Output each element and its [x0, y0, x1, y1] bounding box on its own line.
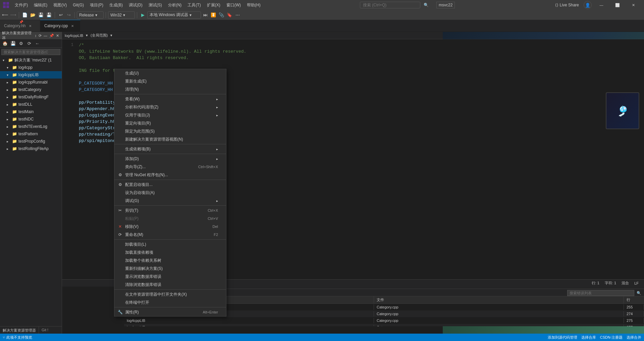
ctx-remove[interactable]: ✕ 移除(V) Del — [114, 223, 226, 231]
menu-debug[interactable]: 调试(D) — [126, 1, 145, 9]
tree-item-testcategory[interactable]: ▸ 📁 testCategory — [0, 86, 62, 93]
sidebar-save-btn[interactable]: 💾 — [9, 40, 17, 47]
tree-item-log4cpplib[interactable]: ▾ 📁 log4cppLIB — [0, 71, 62, 79]
sidebar-pin-btn[interactable]: 📌 — [49, 33, 55, 39]
ctx-load-direct[interactable]: 加载直接依赖项 — [114, 248, 226, 256]
tree-item-testmain[interactable]: ▸ 📁 testMain — [0, 108, 62, 115]
sidebar-collapse-btn[interactable]: — — [43, 33, 48, 39]
ctx-deps[interactable]: 生成依赖项(B) ▸ — [114, 145, 226, 153]
ctx-cut[interactable]: ✂ 剪切(T) Ctrl+X — [114, 206, 226, 214]
tree-item-testprop[interactable]: ▸ 📁 testPropConfig — [0, 138, 62, 145]
select-merge-label[interactable]: 选择合并 — [627, 335, 641, 340]
tree-item-testndc[interactable]: ▸ 📁 testNDC — [0, 115, 62, 123]
search-input[interactable] — [360, 2, 420, 8]
tree-item-testdaily[interactable]: ▸ 📁 testDailyRollingF — [0, 93, 62, 101]
save-all-button[interactable]: 💾 — [45, 11, 53, 19]
tab-category-cpp[interactable]: Category.cpp ✕ — [40, 20, 80, 32]
ctx-set-startup[interactable]: 设为启动项目(A) — [114, 189, 226, 197]
ctx-add[interactable]: 添加(D) ▸ — [114, 155, 226, 163]
menu-extend[interactable]: 扩展(X) — [204, 1, 223, 9]
ctx-analyze[interactable]: 分析和代码清理(Z) ▸ — [114, 103, 226, 111]
tab-close-2[interactable]: ✕ — [70, 23, 75, 29]
sidebar-refresh2-btn[interactable]: ⟳ — [25, 40, 33, 47]
ctx-load-all[interactable]: 加载整个依赖关系树 — [114, 256, 226, 264]
error-row-3[interactable]: log4cppLIB Category.cpp 275 — [124, 317, 644, 324]
ctx-new-view[interactable]: 新建解决方案资源管理器视图(N) — [114, 135, 226, 143]
ctx-unload[interactable]: 卸载项目(L) — [114, 240, 226, 248]
debug-dropdown[interactable]: 本地 Windows 调试器 ▾ — [147, 11, 201, 19]
menu-window[interactable]: 窗口(W) — [224, 1, 244, 9]
menu-analyze[interactable]: 分析(N) — [165, 1, 184, 9]
tab-pin[interactable]: 📌 — [19, 20, 23, 24]
tree-item-testpattern[interactable]: ▸ 📁 testPattern — [0, 130, 62, 138]
open-button[interactable]: 📂 — [29, 11, 37, 19]
menu-file[interactable]: 文件(F) — [12, 1, 31, 9]
tree-item-testrolling[interactable]: ▸ 📁 testRollingFileAp — [0, 145, 62, 152]
sidebar-search-input[interactable] — [1, 49, 60, 55]
menu-build[interactable]: 生成(B) — [107, 1, 125, 9]
ctx-startup-config[interactable]: ⚙ 配置启动项目... — [114, 181, 226, 189]
menu-git[interactable]: Git(G) — [70, 1, 87, 9]
platform-dropdown[interactable]: Win32 ▾ — [108, 11, 135, 19]
ctx-scope[interactable]: 限定为此范围(S) — [114, 127, 226, 135]
ctx-build[interactable]: 生成(U) — [114, 69, 226, 77]
ctx-debug[interactable]: 调试(G) ▸ — [114, 197, 226, 205]
menu-help[interactable]: 帮助(H) — [244, 1, 263, 9]
tab-close-1[interactable]: ✕ — [28, 23, 33, 29]
error-search-input[interactable] — [567, 290, 634, 296]
ctx-view[interactable]: 查看(W) ▸ — [114, 95, 226, 103]
new-file-button[interactable]: 📄 — [21, 11, 29, 19]
attach[interactable]: 📎 — [218, 11, 225, 19]
ctx-clean[interactable]: 清理(N) — [114, 85, 226, 93]
minimize-button[interactable]: — — [594, 0, 609, 10]
menu-tools[interactable]: 工具(T) — [185, 1, 203, 9]
menu-edit[interactable]: 编辑(E) — [31, 1, 50, 9]
ctx-clear-browse[interactable]: 清除浏览数据库错误 — [114, 281, 226, 289]
user-avatar[interactable]: 👤 — [584, 1, 592, 9]
select-repo-label[interactable]: 选择合库 — [581, 335, 596, 340]
ctx-rescan[interactable]: 重新扫描解决方案(S) — [114, 264, 226, 273]
error-row-4[interactable]: log4cppLIB Category.cpp 277 — [124, 324, 644, 326]
menu-view[interactable]: 视图(V) — [51, 1, 69, 9]
step-over[interactable]: ⏭ — [202, 11, 209, 19]
close-button[interactable]: ✕ — [626, 0, 641, 10]
tab-category-hh[interactable]: Category.hh ✕ 📌 — [0, 20, 40, 32]
sidebar-home-btn[interactable]: 🏠 — [1, 40, 9, 47]
run-button[interactable]: ▶ — [139, 11, 147, 19]
add-source-label[interactable]: 添加到源代码管理 — [548, 335, 577, 340]
config-dropdown[interactable]: Release ▾ — [77, 11, 104, 19]
tree-item-log4cpprunnab[interactable]: ▸ 📁 log4cppRunnabl — [0, 79, 62, 86]
step-in[interactable]: ⏬ — [210, 11, 217, 19]
ctx-class-wizard[interactable]: 类向导(Z)... Ctrl+Shift+X — [114, 163, 226, 171]
back-button[interactable]: ⟵ — [1, 11, 9, 19]
sidebar-refresh-btn[interactable]: ⟳ — [38, 33, 42, 39]
solution-root[interactable]: ▾ 📁 解决方案 'msvc22' (1 — [0, 56, 62, 64]
ctx-rename[interactable]: ⟳ 重命名(M) F2 — [114, 231, 226, 239]
ctx-retarget[interactable]: 重定向项目(R) — [114, 119, 226, 127]
bookmark[interactable]: 🔖 — [226, 11, 233, 19]
ctx-show-browse[interactable]: 显示浏览数据库错误 — [114, 273, 226, 281]
ctx-properties[interactable]: 🔧 属性(R) Alt+Enter — [114, 308, 226, 316]
sidebar-sync-btn[interactable]: ↕ — [34, 33, 38, 39]
menu-test[interactable]: 测试(S) — [146, 1, 165, 9]
ctx-open-terminal[interactable]: 在终端中打开 — [114, 298, 226, 306]
ctx-nuget[interactable]: ⚙ 管理 NuGet 程序包(N)... — [114, 171, 226, 179]
solution-explorer-tab[interactable]: 解决方案资源管理器 — [0, 327, 39, 334]
tree-item-log4cpp[interactable]: ▾ 📁 log4cpp — [0, 64, 62, 71]
live-share-button[interactable]: ⟨⟩ Live Share — [552, 1, 582, 9]
ctx-open-folder[interactable]: 在文件资源管理器中打开文件夹(X) — [114, 290, 226, 298]
git-tab[interactable]: Git ! — [39, 327, 51, 334]
search-icon[interactable]: 🔍 — [424, 2, 429, 8]
tree-item-testdll[interactable]: ▸ 📁 testDLL — [0, 101, 62, 108]
menu-project[interactable]: 项目(P) — [87, 1, 106, 9]
undo-button[interactable]: ↩ — [57, 11, 64, 19]
ctx-project-only[interactable]: 仅用于项目(J) ▸ — [114, 111, 226, 119]
ctx-rebuild[interactable]: 重新生成(E) — [114, 77, 226, 85]
maximize-button[interactable]: ⬜ — [610, 0, 625, 10]
save-button[interactable]: 💾 — [37, 11, 45, 19]
more-options[interactable]: ⋯ — [234, 11, 241, 19]
sidebar-filter-btn[interactable]: ⚙ — [17, 40, 25, 47]
sidebar-back-btn[interactable]: ← — [34, 40, 41, 47]
tree-item-testnt[interactable]: ▸ 📁 testNTEventLog — [0, 123, 62, 130]
sidebar-close-btn[interactable]: ✕ — [55, 33, 60, 39]
